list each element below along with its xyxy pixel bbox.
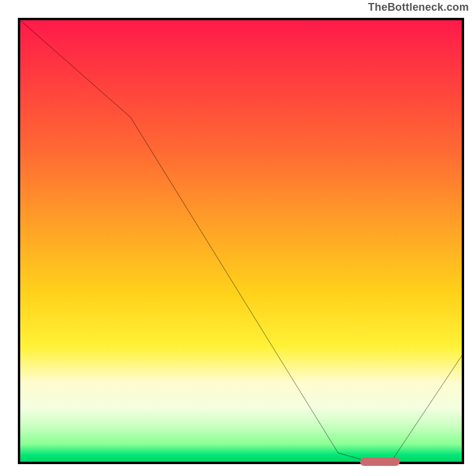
chart-plot-area bbox=[18, 18, 464, 464]
optimal-range-marker bbox=[360, 458, 400, 466]
attribution-label: TheBottleneck.com bbox=[368, 1, 469, 14]
heatmap-gradient bbox=[20, 20, 462, 462]
